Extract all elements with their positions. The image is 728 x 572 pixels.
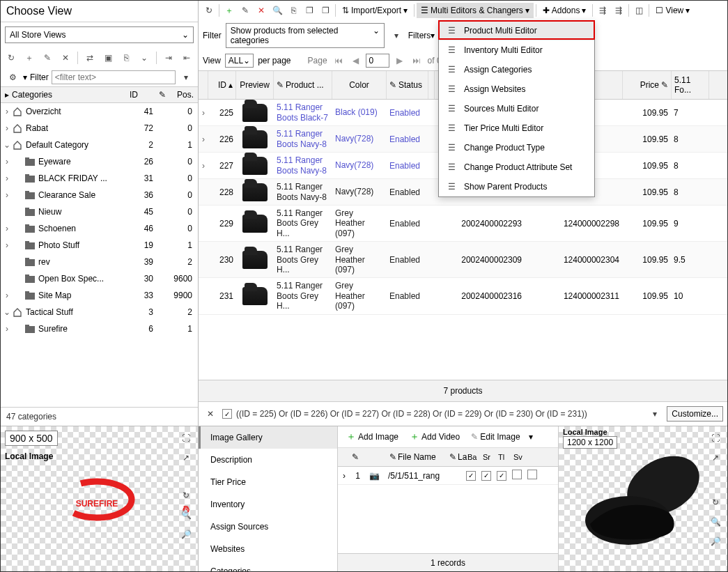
view-dropdown[interactable]: ☐View▾ <box>651 3 694 18</box>
funnel-icon[interactable]: ▾ <box>178 70 194 85</box>
refresh-icon[interactable]: ↻ <box>3 50 19 65</box>
per-page-select[interactable]: ALL⌄ <box>225 54 254 68</box>
prev-page-icon[interactable]: ◀ <box>350 56 362 65</box>
swap-icon[interactable]: ⇄ <box>82 50 98 65</box>
fullscreen-icon[interactable]: ⛶ <box>178 431 194 446</box>
expand-icon[interactable]: › <box>2 190 12 200</box>
expand-icon[interactable]: › <box>2 291 12 300</box>
add-icon[interactable]: ＋ <box>222 3 237 18</box>
product-row[interactable]: 2315.11 Ranger Boots Grey H...Grey Heath… <box>199 278 727 314</box>
expand-icon[interactable]: ⇤ <box>179 50 194 65</box>
category-row[interactable]: ›BLACK FRIDAY ...310 <box>1 170 198 187</box>
chevron-down-icon[interactable]: ▾ <box>529 432 533 442</box>
cell-product-name[interactable]: 5.11 Ranger Boots Grey H... <box>274 242 332 277</box>
product-row[interactable]: 2295.11 Ranger Boots Grey H...Grey Heath… <box>199 206 727 242</box>
multi-editors-dropdown[interactable]: ☰Multi Editors & Changers▾ <box>417 3 534 18</box>
paste-icon[interactable]: ❐ <box>302 3 317 18</box>
row-expand-icon[interactable]: › <box>339 471 349 481</box>
menu-item-assign-categories[interactable]: ☰Assign Categories <box>439 60 594 79</box>
gear-icon[interactable]: ⚙ <box>5 70 20 85</box>
cell-product-name[interactable]: 5.11 Ranger Boots Navy-8 <box>274 126 332 152</box>
expand-icon[interactable]: ⌄ <box>2 307 12 317</box>
add-icon[interactable]: ＋ <box>22 50 37 65</box>
expression-checkbox[interactable]: ✓ <box>222 409 232 419</box>
last-page-icon[interactable]: ⏭ <box>410 56 424 65</box>
chevron-down-icon[interactable]: ⌄ <box>137 50 152 65</box>
row-expand-icon[interactable]: › <box>199 105 208 121</box>
category-row[interactable]: ›Schoenen460 <box>1 220 198 237</box>
menu-item-inventory-multi-editor[interactable]: ☰Inventory Multi Editor <box>439 40 594 60</box>
zoom-in-icon[interactable]: 🔍 <box>708 514 723 530</box>
picture-icon[interactable]: ▣ <box>100 50 116 65</box>
menu-item-product-multi-editor[interactable]: ☰Product Multi Editor <box>439 21 594 40</box>
delete-icon[interactable]: ✕ <box>58 50 73 65</box>
detail-tabs[interactable]: Image GalleryDescriptionTier PriceInvent… <box>199 426 338 572</box>
funnel-icon[interactable]: ▾ <box>647 406 663 422</box>
expand-icon[interactable]: › <box>2 240 12 250</box>
category-row[interactable]: ›Surefire61 <box>1 320 198 337</box>
zoom-out-icon[interactable]: 🔎 <box>178 527 194 542</box>
tab-assign-sources[interactable]: Assign Sources <box>199 516 337 538</box>
category-row[interactable]: ›Clearance Sale360 <box>1 187 198 203</box>
category-row[interactable]: ⌄Tactical Stuff32 <box>1 304 198 320</box>
tab-inventory[interactable]: Inventory <box>199 493 337 516</box>
category-row[interactable]: Nieuw450 <box>1 203 198 220</box>
refresh-icon[interactable]: ↻ <box>201 3 217 18</box>
menu-item-change-product-type[interactable]: ☰Change Product Type <box>439 138 594 157</box>
menu-item-sources-multi-editor[interactable]: ☰Sources Multi Editor <box>439 99 594 118</box>
delete-icon[interactable]: ✕ <box>254 3 269 18</box>
tool-1-icon[interactable]: ⇶ <box>595 3 610 18</box>
image-row[interactable]: › 1 📷 /5/1/511_rang ✓ ✓ ✓ <box>338 467 558 485</box>
tool-2-icon[interactable]: ⇶ <box>611 3 626 18</box>
category-row[interactable]: ›Rabat720 <box>1 120 198 137</box>
store-view-select[interactable]: All Store Views ⌄ <box>5 26 194 43</box>
import-export-dropdown[interactable]: ⇅Import/Export▾ <box>338 3 412 18</box>
category-row[interactable]: ⌄Default Category21 <box>1 137 198 153</box>
next-page-icon[interactable]: ▶ <box>394 56 405 65</box>
zoom-in-icon[interactable]: 🔍 <box>178 507 194 523</box>
page-input[interactable] <box>366 54 389 68</box>
filter-select[interactable]: Show products from selected categories⌄ <box>226 23 385 48</box>
expand-icon[interactable]: › <box>2 107 12 116</box>
product-row[interactable]: 2305.11 Ranger Boots Grey H...Grey Heath… <box>199 242 727 278</box>
cell-product-name[interactable]: 5.11 Ranger Boots Navy-8 <box>274 179 332 205</box>
category-row[interactable]: Open Box Spec...309600 <box>1 270 198 287</box>
category-row[interactable]: ›Site Map339900 <box>1 287 198 304</box>
row-expand-icon[interactable] <box>199 190 208 195</box>
expand-icon[interactable]: › <box>2 157 12 167</box>
zoom-out-icon[interactable]: 🔎 <box>708 534 723 549</box>
row-expand-icon[interactable] <box>199 221 208 226</box>
menu-item-show-parent-products[interactable]: ☰Show Parent Products <box>439 177 594 196</box>
filters-button[interactable]: Filters▾ <box>408 31 435 40</box>
layout-icon[interactable]: ◫ <box>631 3 646 18</box>
expand-icon[interactable]: › <box>2 173 12 183</box>
checkbox-sv[interactable] <box>512 470 522 479</box>
checkbox-ex[interactable] <box>527 470 537 479</box>
menu-item-tier-price-multi-editor[interactable]: ☰Tier Price Multi Editor <box>439 118 594 138</box>
tab-websites[interactable]: Websites <box>199 538 337 560</box>
multi-editors-menu[interactable]: ☰Product Multi Editor☰Inventory Multi Ed… <box>438 20 595 197</box>
expand-icon[interactable]: › <box>2 324 12 334</box>
duplicate-icon[interactable]: ❐ <box>318 3 333 18</box>
category-row[interactable]: ›Eyeware260 <box>1 153 198 170</box>
checkbox-sr[interactable]: ✓ <box>481 471 491 481</box>
cell-product-name[interactable]: 5.11 Ranger Boots Grey H... <box>274 278 332 314</box>
customize-button[interactable]: Customize... <box>667 406 723 422</box>
refresh-icon[interactable]: ↻ <box>178 488 194 503</box>
copy-icon[interactable]: ⎘ <box>286 3 301 18</box>
row-expand-icon[interactable] <box>199 257 208 263</box>
search-icon[interactable]: 🔍 <box>270 3 285 18</box>
close-icon[interactable]: ✕ <box>203 406 218 422</box>
checkbox-th[interactable]: ✓ <box>497 471 506 481</box>
collapse-icon[interactable]: ⇥ <box>161 50 176 65</box>
open-external-icon[interactable]: ↗ <box>708 450 723 465</box>
fullscreen-icon[interactable]: ⛶ <box>708 431 723 446</box>
menu-item-change-product-attribute-set[interactable]: ☰Change Product Attribute Set <box>439 157 594 177</box>
addons-dropdown[interactable]: ✚Addons▾ <box>539 3 591 18</box>
category-tree[interactable]: ›Overzicht410›Rabat720⌄Default Category2… <box>1 103 198 407</box>
row-expand-icon[interactable]: › <box>199 132 208 147</box>
first-page-icon[interactable]: ⏮ <box>332 56 346 65</box>
add-image-button[interactable]: ＋Add Image <box>343 431 401 443</box>
checkbox-ba[interactable]: ✓ <box>466 471 476 481</box>
cell-product-name[interactable]: 5.11 Ranger Boots Black-7 <box>274 100 332 125</box>
